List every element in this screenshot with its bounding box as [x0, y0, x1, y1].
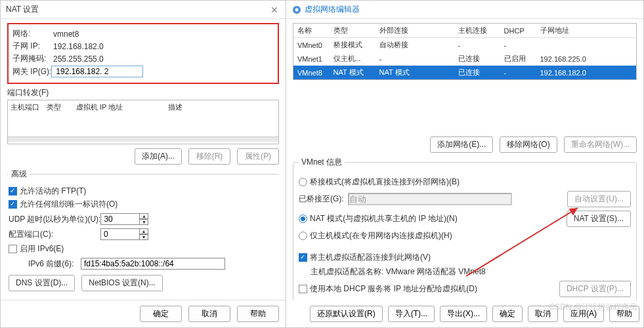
nat-content: 网络:vmnet8 子网 IP:192.168.182.0 子网掩码:255.2… [1, 19, 286, 300]
ipv6-prefix-input[interactable] [81, 258, 225, 270]
dialog-title: 虚拟网络编辑器 [305, 4, 638, 15]
udp-timeout-label: UDP 超时(以秒为单位)(U): [9, 214, 100, 225]
udp-timeout-input[interactable] [100, 213, 140, 225]
col-ext: 外部连接 [376, 24, 454, 38]
bridge-mode-radio[interactable] [299, 178, 307, 186]
ok-button[interactable]: 确定 [492, 306, 523, 322]
port-forward-label: 端口转发(F) [7, 87, 279, 98]
dhcp-settings-button[interactable]: DHCP 设置(P)... [559, 281, 631, 297]
gateway-input[interactable] [51, 66, 143, 77]
export-button[interactable]: 导出(X)... [440, 306, 487, 322]
allow-org-checkbox[interactable] [9, 200, 17, 209]
close-icon[interactable]: ✕ [268, 5, 280, 15]
cell-subnet: 192.168.225.0 [536, 52, 637, 66]
remove-network-button[interactable]: 移除网络(O) [500, 136, 557, 153]
titlebar: NAT 设置 ✕ [1, 1, 286, 19]
cell-type: 仅主机... [330, 52, 376, 66]
vne-content: 名称 类型 外部连接 主机连接 DHCP 子网地址 VMnet0桥接模式自动桥接… [286, 19, 643, 300]
port-forward-table[interactable]: 主机端口 类型 虚拟机 IP 地址 描述 [7, 100, 279, 144]
connect-host-checkbox[interactable] [299, 253, 307, 262]
udp-spinner[interactable]: ▲▼ [139, 213, 148, 225]
ipv6-prefix-label: IPv6 前缀(6): [28, 258, 81, 270]
col-desc: 描述 [168, 102, 221, 112]
advanced-legend: 高级 [9, 169, 30, 180]
allow-ftp-checkbox[interactable] [9, 187, 17, 195]
add-network-button[interactable]: 添加网络(E)... [430, 136, 493, 153]
cancel-button[interactable]: 取消 [188, 306, 230, 322]
subnet-ip-label: 子网 IP: [12, 41, 49, 52]
adapter-name-label: 主机虚拟适配器名称: VMware 网络适配器 VMnet8 [311, 266, 631, 277]
col-subnet: 子网地址 [536, 24, 637, 38]
bridge-to-select [348, 193, 512, 205]
properties-button[interactable]: 属性(P) [237, 148, 279, 165]
ok-button[interactable]: 确定 [140, 306, 182, 322]
col-type: 类型 [47, 102, 76, 112]
vmnet-info-legend: VMnet 信息 [299, 157, 345, 168]
allow-ftp-label: 允许活动的 FTP(T) [20, 186, 86, 197]
gear-icon [291, 5, 302, 15]
add-button[interactable]: 添加(A)... [135, 148, 182, 165]
cell-name: VMnet8 [293, 66, 330, 80]
vmnet-info-fieldset: VMnet 信息 桥接模式(将虚拟机直接连接到外部网络)(B) 已桥接至(G):… [293, 157, 637, 300]
host-only-label: 仅主机模式(在专用网络内连接虚拟机)(H) [310, 230, 631, 241]
dialog-title: NAT 设置 [6, 4, 268, 15]
cell-type: NAT 模式 [330, 66, 376, 80]
enable-ipv6-checkbox[interactable] [9, 245, 17, 253]
import-button[interactable]: 导入(T)... [388, 306, 435, 322]
subnet-ip-value: 192.168.182.0 [53, 42, 104, 51]
advanced-fieldset: 高级 允许活动的 FTP(T) 允许任何组织唯一标识符(O) UDP 超时(以秒… [7, 169, 279, 291]
use-dhcp-checkbox[interactable] [299, 285, 307, 293]
col-name: 名称 [293, 24, 330, 38]
table-row[interactable]: VMnet0桥接模式自动桥接-- [293, 38, 637, 52]
auto-settings-button[interactable]: 自动设置(U)... [567, 191, 631, 207]
col-vm-addr: 虚拟机 IP 地址 [76, 102, 168, 112]
virtual-network-editor: 虚拟网络编辑器 名称 类型 外部连接 主机连接 DHCP 子网地址 VMnet0… [286, 0, 644, 328]
use-dhcp-label: 使用本地 DHCP 服务将 IP 地址分配给虚拟机(D) [310, 283, 559, 295]
titlebar: 虚拟网络编辑器 [286, 1, 643, 19]
nat-mode-label: NAT 模式(与虚拟机共享主机的 IP 地址)(N) [310, 213, 567, 224]
dns-settings-button[interactable]: DNS 设置(D)... [9, 275, 75, 291]
cell-dhcp: - [500, 38, 536, 52]
enable-ipv6-label: 启用 IPv6(E) [20, 243, 64, 255]
cell-host: - [454, 38, 500, 52]
cell-dhcp: 已启用 [500, 52, 536, 66]
cell-name: VMnet1 [293, 52, 330, 66]
col-type: 类型 [330, 24, 376, 38]
cell-subnet [536, 38, 637, 52]
nat-mode-radio[interactable] [299, 215, 307, 223]
col-host-port: 主机端口 [11, 102, 47, 112]
netbios-settings-button[interactable]: NetBIOS 设置(N)... [81, 275, 162, 291]
subnet-mask-label: 子网掩码: [12, 53, 49, 64]
cell-ext: - [376, 52, 454, 66]
restore-defaults-button[interactable]: 还原默认设置(R) [310, 306, 383, 322]
cell-ext: 自动桥接 [376, 38, 454, 52]
cell-type: 桥接模式 [330, 38, 376, 52]
chevron-up-icon[interactable]: ▲ [139, 213, 148, 219]
col-host: 主机连接 [454, 24, 500, 38]
svg-point-1 [295, 8, 299, 11]
table-row[interactable]: VMnet1仅主机...-已连接已启用192.168.225.0 [293, 52, 637, 66]
watermark: CSDN @江江想做程序员 [549, 302, 637, 313]
chevron-down-icon[interactable]: ▼ [139, 234, 148, 240]
highlighted-network-info: 网络:vmnet8 子网 IP:192.168.182.0 子网掩码:255.2… [7, 23, 279, 84]
cell-name: VMnet0 [293, 38, 330, 52]
chevron-up-icon[interactable]: ▲ [139, 228, 148, 234]
network-table[interactable]: 名称 类型 外部连接 主机连接 DHCP 子网地址 VMnet0桥接模式自动桥接… [293, 23, 637, 80]
allow-org-label: 允许任何组织唯一标识符(O) [20, 199, 118, 210]
remove-button[interactable]: 移除(R) [188, 148, 230, 165]
chevron-down-icon[interactable]: ▼ [139, 219, 148, 225]
table-row[interactable]: VMnet8NAT 模式NAT 模式已连接-192.168.182.0 [293, 66, 637, 80]
rename-network-button[interactable]: 重命名网络(W)... [564, 136, 637, 153]
nat-settings-dialog: NAT 设置 ✕ 网络:vmnet8 子网 IP:192.168.182.0 子… [0, 0, 286, 328]
col-dhcp: DHCP [500, 24, 536, 38]
config-port-spinner[interactable]: ▲▼ [139, 228, 148, 240]
scrollbar[interactable] [8, 136, 278, 142]
network-label: 网络: [12, 28, 49, 39]
cell-dhcp: - [500, 66, 536, 80]
bridge-to-label: 已桥接至(G): [299, 194, 344, 205]
nat-settings-button[interactable]: NAT 设置(S)... [567, 211, 631, 227]
help-button[interactable]: 帮助 [237, 306, 279, 322]
cell-subnet: 192.168.182.0 [536, 66, 637, 80]
host-only-radio[interactable] [299, 232, 307, 240]
config-port-input[interactable] [100, 228, 140, 240]
